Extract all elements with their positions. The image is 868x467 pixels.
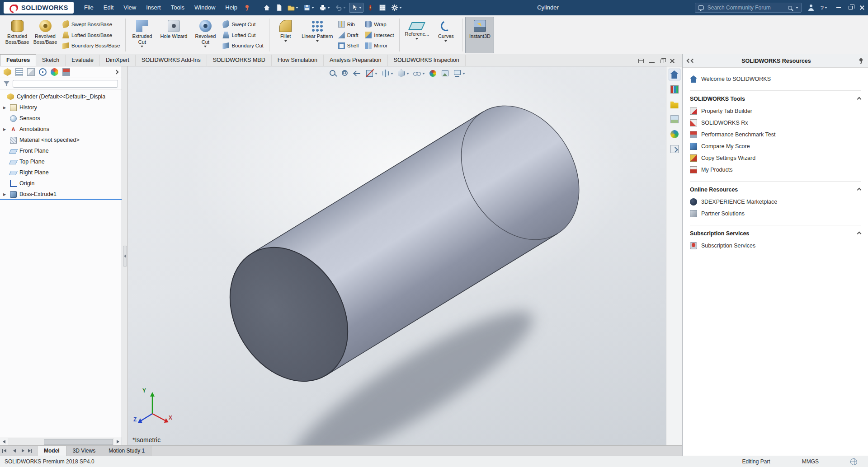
- tree-filter-input[interactable]: [13, 80, 118, 88]
- dropdown-caret-icon[interactable]: [327, 7, 330, 9]
- panel-splitter[interactable]: [122, 66, 128, 445]
- model-tab[interactable]: Model: [38, 446, 66, 456]
- dropdown-caret-icon[interactable]: [284, 40, 287, 42]
- command-tab[interactable]: Analysis Preparation: [324, 55, 388, 66]
- pin-pane-icon[interactable]: [858, 58, 863, 64]
- document-minimize-icon[interactable]: [649, 59, 655, 63]
- revolved-cut-button[interactable]: Revolved Cut: [192, 17, 219, 53]
- scroll-right-button[interactable]: [114, 438, 122, 446]
- document-restore-icon[interactable]: [660, 60, 664, 63]
- tree-item[interactable]: Right Plane: [0, 167, 122, 178]
- tree-item[interactable]: Front Plane: [0, 145, 122, 156]
- ribbon-small-button[interactable]: Intersect: [363, 31, 396, 40]
- menu-item[interactable]: Insert: [141, 0, 166, 15]
- ribbon-small-button[interactable]: Lofted Boss/Base: [61, 31, 122, 40]
- rebuild-button[interactable]: [365, 3, 376, 13]
- view-tool-button[interactable]: [381, 69, 393, 78]
- dropdown-caret-icon[interactable]: [796, 7, 798, 9]
- first-tab-button[interactable]: [2, 448, 9, 454]
- pin-menu-icon[interactable]: [244, 5, 250, 11]
- task-pane-link[interactable]: 3DEXPERIENCE Marketplace: [690, 196, 861, 208]
- dropdown-caret-icon[interactable]: [296, 7, 298, 9]
- status-units[interactable]: MMGS: [802, 458, 819, 465]
- command-tab[interactable]: SOLIDWORKS Add-Ins: [136, 55, 207, 66]
- tree-horizontal-scrollbar[interactable]: [0, 438, 122, 445]
- globe-icon[interactable]: [850, 458, 857, 465]
- tree-root-item[interactable]: Cylinder (Default<<Default>_Displa: [0, 91, 122, 102]
- menu-item[interactable]: File: [79, 0, 99, 15]
- task-pane-tab[interactable]: [669, 143, 680, 155]
- menu-item[interactable]: Help: [220, 0, 242, 15]
- fm-tree-icon[interactable]: [4, 68, 11, 76]
- section-header-online-resources[interactable]: Online Resources: [690, 183, 861, 196]
- help-button[interactable]: ?: [821, 5, 824, 11]
- model-tab[interactable]: 3D Views: [66, 446, 102, 456]
- scrollbar-thumb[interactable]: [44, 439, 113, 445]
- restore-button[interactable]: [844, 0, 856, 15]
- document-close-icon[interactable]: [670, 59, 675, 63]
- collapse-chevron-icon[interactable]: [857, 231, 862, 236]
- view-tool-button[interactable]: [397, 69, 409, 78]
- task-pane-tab[interactable]: [669, 84, 680, 95]
- reference-geometry-button[interactable]: Referenc...: [402, 17, 431, 53]
- expand-arrow-icon[interactable]: [2, 106, 7, 110]
- curves-button[interactable]: Curves: [432, 17, 459, 53]
- dropdown-caret-icon[interactable]: [462, 73, 465, 75]
- view-tool-button[interactable]: [429, 69, 437, 78]
- menu-item[interactable]: Window: [189, 0, 220, 15]
- fm-configurations-icon[interactable]: [27, 68, 35, 76]
- command-tab[interactable]: SOLIDWORKS Inspection: [388, 55, 466, 66]
- options-button[interactable]: [389, 3, 404, 13]
- view-tool-button[interactable]: [353, 69, 362, 78]
- collapse-pane-button[interactable]: [687, 59, 694, 62]
- tree-item[interactable]: Top Plane: [0, 156, 122, 167]
- tree-item[interactable]: Boss-Extrude1: [0, 189, 122, 200]
- task-pane-link[interactable]: Welcome to SOLIDWORKS: [690, 73, 861, 85]
- ribbon-small-button[interactable]: Mirror: [363, 41, 396, 50]
- menu-item[interactable]: View: [118, 0, 141, 15]
- dropdown-caret-icon[interactable]: [444, 40, 447, 42]
- fm-cam-icon[interactable]: [62, 68, 70, 76]
- task-pane-tab[interactable]: [669, 69, 680, 80]
- task-pane-link[interactable]: SOLIDWORKS Rx: [690, 117, 861, 129]
- ribbon-small-button[interactable]: Draft: [336, 31, 361, 40]
- extruded-boss-base-button[interactable]: Extruded Boss/Base: [4, 17, 31, 53]
- dropdown-caret-icon[interactable]: [825, 7, 827, 9]
- home-button[interactable]: [261, 3, 272, 13]
- scroll-left-button[interactable]: [0, 438, 8, 446]
- tree-item[interactable]: History: [0, 102, 122, 113]
- ribbon-small-button[interactable]: Swept Boss/Base: [61, 20, 122, 29]
- expand-arrow-icon[interactable]: [2, 192, 7, 196]
- fm-display-manager-icon[interactable]: [51, 68, 58, 76]
- close-button[interactable]: [856, 0, 868, 15]
- dropdown-caret-icon[interactable]: [375, 73, 377, 75]
- cylinder-model[interactable]: [128, 66, 666, 445]
- user-account-icon[interactable]: [808, 5, 814, 11]
- save-button[interactable]: [302, 3, 316, 13]
- search-icon[interactable]: [788, 6, 792, 10]
- expand-arrow-icon[interactable]: [2, 127, 7, 131]
- file-properties-button[interactable]: [377, 3, 388, 13]
- undo-button[interactable]: [333, 3, 348, 13]
- scrollbar-track[interactable]: [8, 438, 114, 446]
- minimize-button[interactable]: [833, 0, 844, 15]
- task-pane-tab[interactable]: [669, 128, 680, 140]
- view-tool-button[interactable]: [341, 69, 349, 78]
- ribbon-small-button[interactable]: Boundary Cut: [221, 41, 265, 50]
- ribbon-small-button[interactable]: Lofted Cut: [221, 31, 265, 40]
- collapse-chevron-icon[interactable]: [857, 97, 862, 101]
- previous-tab-button[interactable]: [11, 448, 18, 454]
- task-pane-link[interactable]: Copy Settings Wizard: [690, 152, 861, 164]
- command-tab[interactable]: Flow Simulation: [272, 55, 324, 66]
- next-tab-button[interactable]: [19, 448, 26, 454]
- panel-collapse-handle[interactable]: [123, 246, 127, 266]
- fm-properties-icon[interactable]: [15, 68, 23, 76]
- menu-item[interactable]: Tools: [166, 0, 189, 15]
- view-tool-button[interactable]: [329, 69, 337, 78]
- ribbon-small-button[interactable]: Rib: [336, 20, 361, 29]
- ribbon-small-button[interactable]: Swept Cut: [221, 20, 265, 29]
- tree-item[interactable]: Material <not specified>: [0, 135, 122, 145]
- dropdown-caret-icon[interactable]: [359, 7, 362, 9]
- task-pane-link[interactable]: Compare My Score: [690, 140, 861, 152]
- view-tool-button[interactable]: [413, 69, 425, 78]
